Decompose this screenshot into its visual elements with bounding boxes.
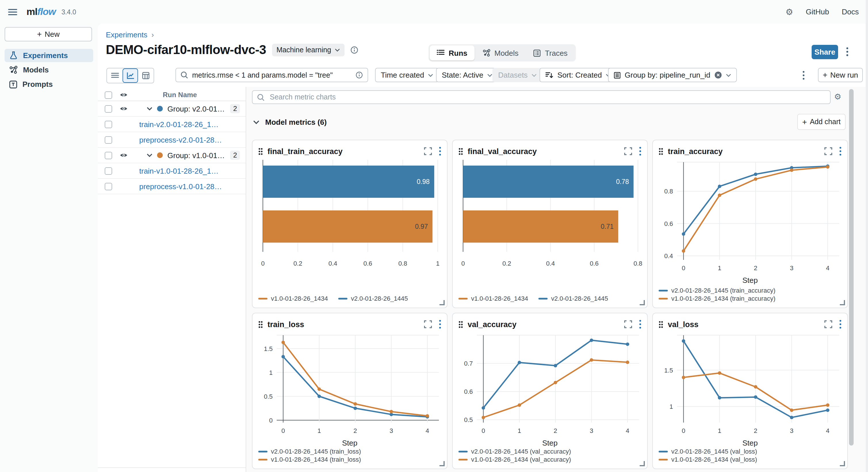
run-row[interactable]: preprocess-v1.0-01-28… bbox=[98, 179, 246, 194]
info-icon[interactable] bbox=[350, 46, 359, 54]
chart-view-button[interactable] bbox=[123, 68, 138, 83]
resize-handle[interactable] bbox=[640, 300, 645, 305]
toolbar-kebab-menu-icon[interactable] bbox=[802, 71, 805, 80]
search-info-icon[interactable] bbox=[355, 71, 363, 79]
tab-traces[interactable]: Traces bbox=[527, 45, 575, 60]
drag-handle-icon[interactable] bbox=[258, 147, 263, 155]
docs-link[interactable]: Docs bbox=[842, 7, 859, 16]
chart-plot-area[interactable]: 00.20.40.60.80.780.71 bbox=[459, 158, 641, 268]
chart-kebab-menu-icon[interactable] bbox=[839, 146, 841, 156]
row-checkbox[interactable] bbox=[105, 182, 112, 190]
group-by-filter[interactable]: Group by: pipeline_run_id bbox=[608, 68, 737, 82]
chart-kebab-menu-icon[interactable] bbox=[639, 319, 641, 329]
legend-item[interactable]: v1.0-01-28-26_1434 (train_accuracy) bbox=[659, 295, 841, 302]
breadcrumb[interactable]: Experiments bbox=[106, 31, 154, 39]
settings-gear-icon[interactable] bbox=[785, 7, 793, 16]
chart-kebab-menu-icon[interactable] bbox=[439, 146, 441, 156]
run-row[interactable]: preprocess-v2.0-01-28… bbox=[98, 132, 246, 148]
run-name-link[interactable]: preprocess-v2.0-01-28… bbox=[139, 135, 222, 144]
run-name-link[interactable]: train-v1.0-01-28-26_1… bbox=[139, 166, 219, 175]
mlflow-logo[interactable]: mlflow bbox=[27, 6, 56, 18]
run-group-row[interactable]: Group: v1.0-01… 2 bbox=[98, 148, 246, 163]
visibility-eye-icon[interactable] bbox=[118, 106, 129, 111]
legend-item[interactable]: v1.0-01-28-26_1434 (val_accuracy) bbox=[459, 456, 641, 463]
legend-item[interactable]: v1.0-01-28-26_1434 (train_loss) bbox=[258, 456, 441, 463]
row-checkbox[interactable] bbox=[105, 121, 112, 128]
chart-kebab-menu-icon[interactable] bbox=[839, 319, 841, 329]
hamburger-menu-icon[interactable] bbox=[6, 6, 20, 18]
run-row[interactable]: train-v2.0-01-28-26_1… bbox=[98, 117, 246, 132]
add-chart-button[interactable]: Add chart bbox=[797, 114, 845, 130]
legend-item[interactable]: v1.0-01-28-26_1434 bbox=[459, 295, 528, 302]
drag-handle-icon[interactable] bbox=[659, 321, 663, 328]
legend-item[interactable]: v2.0-01-28-26_1445 bbox=[338, 295, 408, 302]
legend-item[interactable]: v1.0-01-28-26_1434 (val_loss) bbox=[659, 456, 841, 463]
run-name-link[interactable]: train-v2.0-01-28-26_1… bbox=[139, 120, 219, 129]
drag-handle-icon[interactable] bbox=[258, 321, 263, 328]
group-collapse-chevron-icon[interactable] bbox=[147, 107, 152, 110]
chart-plot-area[interactable]: 11.501234 bbox=[659, 331, 841, 438]
legend-item[interactable]: v2.0-01-28-26_1445 (val_loss) bbox=[659, 448, 841, 455]
expand-icon[interactable] bbox=[824, 320, 832, 328]
model-metrics-section-header[interactable]: Model metrics (6) bbox=[253, 118, 327, 127]
chart-plot-area[interactable]: 00.20.40.60.810.980.97 bbox=[258, 158, 441, 268]
expand-icon[interactable] bbox=[624, 320, 632, 328]
new-run-button[interactable]: New run bbox=[818, 68, 863, 82]
state-filter[interactable]: State: Active bbox=[436, 68, 498, 82]
chart-kebab-menu-icon[interactable] bbox=[639, 146, 641, 156]
metric-charts-search-input[interactable] bbox=[269, 93, 826, 102]
drag-handle-icon[interactable] bbox=[459, 321, 463, 328]
clear-group-by-icon[interactable] bbox=[714, 71, 722, 79]
charts-settings-gear-icon[interactable] bbox=[834, 93, 841, 101]
tab-models[interactable]: Models bbox=[475, 45, 525, 60]
expand-icon[interactable] bbox=[424, 147, 432, 155]
runs-search-input[interactable] bbox=[192, 71, 351, 79]
legend-item[interactable]: v1.0-01-28-26_1434 bbox=[258, 295, 328, 302]
sidebar-item-models[interactable]: Models bbox=[5, 63, 93, 76]
expand-icon[interactable] bbox=[824, 147, 832, 155]
new-button[interactable]: New bbox=[5, 27, 92, 41]
run-row[interactable]: train-v1.0-01-28-26_1… bbox=[98, 163, 246, 179]
expand-icon[interactable] bbox=[424, 320, 432, 328]
charts-scrollbar[interactable] bbox=[849, 89, 854, 445]
sidebar-item-prompts[interactable]: Prompts bbox=[5, 78, 93, 91]
sidebar-item-experiments[interactable]: Experiments bbox=[5, 49, 93, 62]
chart-plot-area[interactable]: 0.50.60.701234 bbox=[459, 331, 641, 438]
share-button[interactable]: Share bbox=[812, 45, 838, 59]
list-view-button[interactable] bbox=[107, 68, 123, 83]
resize-handle[interactable] bbox=[439, 300, 445, 305]
row-checkbox[interactable] bbox=[105, 136, 112, 143]
resize-handle[interactable] bbox=[840, 461, 845, 466]
visibility-eye-icon[interactable] bbox=[118, 92, 129, 98]
github-link[interactable]: GitHub bbox=[806, 7, 829, 16]
visibility-eye-icon[interactable] bbox=[118, 153, 129, 158]
legend-item[interactable]: v2.0-01-28-26_1445 (train_loss) bbox=[258, 448, 441, 455]
row-checkbox[interactable] bbox=[105, 167, 112, 174]
expand-icon[interactable] bbox=[624, 147, 632, 155]
drag-handle-icon[interactable] bbox=[659, 147, 663, 155]
chart-plot-area[interactable]: 00.511.501234 bbox=[258, 331, 441, 438]
sort-filter[interactable]: Sort: Created bbox=[539, 68, 617, 82]
run-name-link[interactable]: preprocess-v1.0-01-28… bbox=[139, 182, 222, 191]
row-checkbox[interactable] bbox=[105, 151, 112, 159]
select-all-checkbox[interactable] bbox=[105, 91, 112, 99]
time-created-filter[interactable]: Time created bbox=[375, 68, 439, 82]
group-collapse-chevron-icon[interactable] bbox=[147, 154, 152, 157]
resize-handle[interactable] bbox=[439, 461, 445, 466]
header-kebab-menu-icon[interactable] bbox=[846, 47, 848, 56]
chart-kebab-menu-icon[interactable] bbox=[439, 319, 441, 329]
legend-item[interactable]: v2.0-01-28-26_1445 (train_accuracy) bbox=[659, 287, 841, 294]
row-checkbox[interactable] bbox=[105, 105, 112, 112]
tab-runs[interactable]: Runs bbox=[430, 45, 474, 60]
resize-handle[interactable] bbox=[840, 300, 845, 305]
experiment-tag-dropdown[interactable]: Machine learning bbox=[272, 44, 344, 56]
run-name-column-header[interactable]: Run Name bbox=[163, 91, 197, 99]
run-group-row[interactable]: Group: v2.0-01… 2 bbox=[98, 101, 246, 117]
legend-item[interactable]: v2.0-01-28-26_1445 (val_accuracy) bbox=[459, 448, 641, 455]
resize-handle[interactable] bbox=[640, 461, 645, 466]
table-view-button[interactable] bbox=[138, 68, 154, 83]
legend-item[interactable]: v2.0-01-28-26_1445 bbox=[538, 295, 608, 302]
drag-handle-icon[interactable] bbox=[459, 147, 463, 155]
breadcrumb-experiments-link[interactable]: Experiments bbox=[106, 31, 148, 39]
chart-plot-area[interactable]: 0.40.60.801234 bbox=[659, 158, 841, 275]
